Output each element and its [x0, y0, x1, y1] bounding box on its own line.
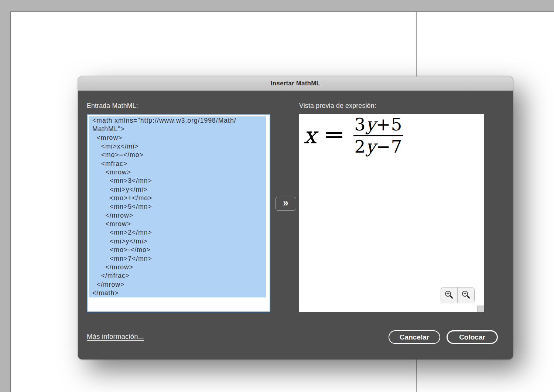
scroll-corner — [477, 306, 484, 312]
insert-mathml-dialog: Insertar MathML Entrada MathML: <math xm… — [78, 76, 513, 359]
mathml-input-textarea[interactable]: <math xmlns="http://www.w3.org/1998/Math… — [87, 114, 270, 312]
zoom-in-button[interactable] — [441, 287, 458, 303]
formula-lhs: x — [304, 124, 317, 147]
place-button[interactable]: Colocar — [447, 330, 498, 344]
render-preview-button[interactable]: » — [275, 197, 296, 211]
formula-fraction: 3y+5 2y−7 — [353, 115, 404, 156]
fraction-numerator: 3y+5 — [353, 115, 404, 134]
desktop-background: Insertar MathML Entrada MathML: <math xm… — [0, 0, 554, 392]
magnifier-plus-icon — [444, 290, 454, 300]
preview-label: Vista previa de expresión: — [299, 102, 376, 110]
formula-equals: = — [323, 125, 345, 144]
double-chevron-right-icon: » — [283, 198, 288, 208]
zoom-controls — [441, 287, 475, 303]
dialog-title: Insertar MathML — [271, 80, 320, 87]
cancel-button[interactable]: Cancelar — [389, 330, 440, 344]
rendered-formula: x = 3y+5 2y−7 — [304, 115, 403, 156]
expression-preview-panel: x = 3y+5 2y−7 — [299, 114, 484, 312]
magnifier-minus-icon — [461, 290, 471, 300]
mathml-input-label: Entrada MathML: — [87, 102, 138, 110]
zoom-out-button[interactable] — [458, 287, 474, 303]
fraction-denominator: 2y−7 — [353, 137, 404, 157]
more-info-link[interactable]: Más información... — [87, 333, 144, 341]
dialog-titlebar[interactable]: Insertar MathML — [78, 76, 513, 91]
mathml-code-selection: <math xmlns="http://www.w3.org/1998/Math… — [89, 116, 266, 297]
